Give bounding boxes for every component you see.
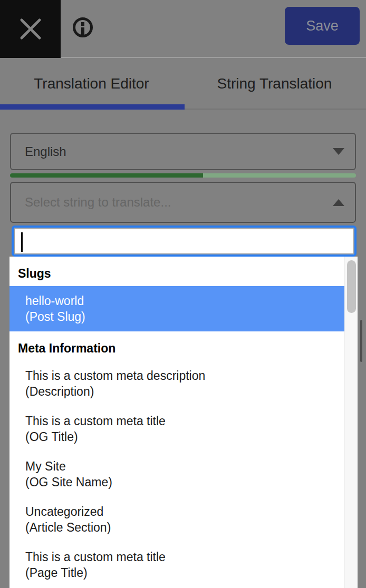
option-article-section[interactable]: Uncategorized (Article Section) <box>9 497 344 542</box>
option-context: (OG Site Name) <box>25 474 336 490</box>
save-button[interactable]: Save <box>285 7 360 45</box>
tab-translation-editor[interactable]: Translation Editor <box>0 59 183 109</box>
option-hello-world[interactable]: hello-world (Post Slug) <box>9 286 344 331</box>
option-text: Uncategorized <box>25 504 336 520</box>
option-text: My Site <box>25 458 336 474</box>
option-context: (OG Title) <box>25 429 336 445</box>
string-dropdown-panel: Slugs hello-world (Post Slug) Meta Infor… <box>9 257 358 588</box>
chevron-up-icon <box>333 199 344 206</box>
string-select-placeholder: Select string to translate... <box>25 195 171 210</box>
string-search-input[interactable] <box>12 226 357 257</box>
option-meta-description[interactable]: This is a custom meta description (Descr… <box>9 361 344 406</box>
option-context: (Post Slug) <box>25 309 336 325</box>
group-header-slugs: Slugs <box>9 257 344 286</box>
option-text: This is a custom meta title <box>25 549 336 565</box>
option-og-title[interactable]: This is a custom meta title (OG Title) <box>9 406 344 452</box>
option-page-title[interactable]: This is a custom meta title (Page Title) <box>9 542 344 587</box>
tab-string-translation[interactable]: String Translation <box>183 59 366 109</box>
tab-label: String Translation <box>217 75 332 92</box>
close-button[interactable] <box>0 0 61 58</box>
string-select[interactable]: Select string to translate... <box>10 182 356 223</box>
close-icon <box>18 16 43 42</box>
option-text: hello-world <box>25 293 336 309</box>
info-icon-dot <box>81 22 84 26</box>
language-select[interactable]: English <box>10 133 356 170</box>
option-context: (Article Section) <box>25 520 336 535</box>
chevron-down-icon <box>333 148 344 155</box>
option-text: This is a custom meta description <box>25 368 336 384</box>
tab-bar: Translation Editor String Translation <box>0 59 366 109</box>
translation-progress-fill <box>10 173 203 178</box>
text-cursor <box>21 232 23 252</box>
background-scrollbar <box>360 320 362 362</box>
option-context: (Page Title) <box>25 565 336 581</box>
active-tab-indicator <box>0 104 185 110</box>
tab-label: Translation Editor <box>34 75 149 92</box>
language-select-value: English <box>25 144 66 159</box>
option-text: This is a custom meta title <box>25 413 336 429</box>
translation-progress-bar <box>10 173 356 178</box>
dropdown-scrollbar-thumb[interactable] <box>347 260 356 313</box>
group-header-meta-information: Meta Information <box>9 331 344 361</box>
info-icon-stem <box>81 27 84 35</box>
option-og-site-name[interactable]: My Site (OG Site Name) <box>9 452 344 497</box>
string-results-list: Slugs hello-world (Post Slug) Meta Infor… <box>9 257 344 588</box>
info-icon[interactable] <box>73 17 93 37</box>
translation-editor-panel: Save Translation Editor String Translati… <box>0 0 366 588</box>
dropdown-scrollbar-track[interactable] <box>344 257 358 588</box>
option-context: (Description) <box>25 384 336 399</box>
top-bar: Save <box>0 0 366 58</box>
